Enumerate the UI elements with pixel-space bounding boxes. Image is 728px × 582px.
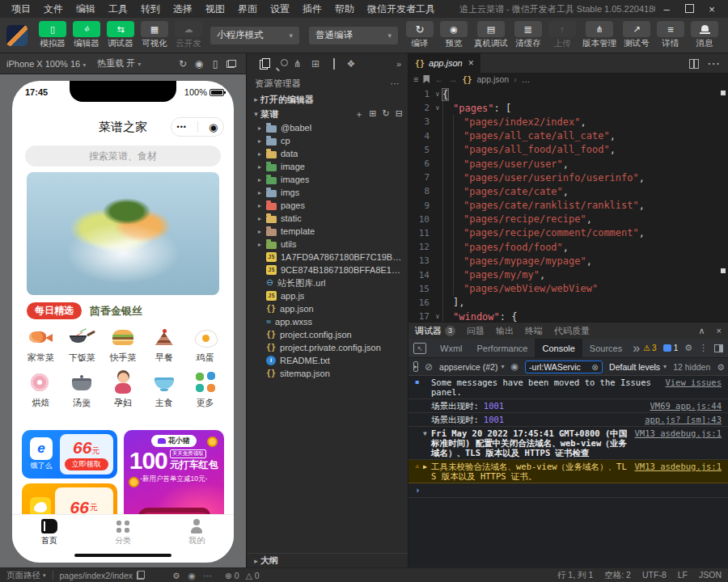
tabbar-item[interactable]: 分类 bbox=[86, 515, 159, 550]
fold-chevron-icon[interactable]: ∨ bbox=[433, 104, 442, 112]
warning-count[interactable]: △ 0 bbox=[246, 571, 260, 580]
claim-button[interactable]: 立即领取 bbox=[65, 458, 108, 470]
statusbar-item[interactable]: 空格: 2 bbox=[604, 570, 631, 581]
expand-arrow-icon[interactable] bbox=[423, 415, 431, 415]
category-item[interactable]: 主食 bbox=[143, 370, 184, 409]
code-line[interactable]: 10 "pages/recipe/recipe", bbox=[408, 213, 728, 226]
live-expression-icon[interactable]: ◉ bbox=[510, 361, 518, 372]
debugger-panel-tab[interactable]: 终端 bbox=[525, 325, 543, 337]
toolbar-button[interactable]: 预览 bbox=[440, 21, 468, 49]
category-item[interactable]: 烘焙 bbox=[20, 370, 61, 409]
devtools-tab[interactable]: Wxml bbox=[433, 339, 470, 357]
code-line[interactable]: 16 ], bbox=[408, 296, 728, 310]
source-link[interactable]: VM69 app.js:44 bbox=[650, 401, 722, 411]
tree-item[interactable]: ▸ cp bbox=[247, 134, 408, 147]
tabbar-item[interactable]: 首页 bbox=[12, 515, 86, 550]
code-line[interactable]: 13 "pages/mypage/mypage", bbox=[408, 254, 728, 268]
mode-select[interactable]: 小程序模式 ▾ bbox=[210, 27, 299, 44]
expand-arrow-icon[interactable]: ▼ bbox=[423, 428, 431, 439]
tree-item[interactable]: ▸ data bbox=[247, 147, 408, 160]
explorer-more-icon[interactable]: ⋯ bbox=[391, 78, 400, 89]
bookmark-icon[interactable] bbox=[423, 75, 430, 83]
code-line[interactable]: 7 "pages/user/userinfo/userinfo", bbox=[408, 171, 728, 184]
menu-item[interactable]: 编辑 bbox=[70, 2, 102, 16]
tree-item[interactable]: ⊖ 站长图库.url bbox=[247, 276, 408, 289]
console-message[interactable]: ⚠ ▶ 工具未校验合法域名、web-view（业务域名）、TLS 版本以及 HT… bbox=[408, 460, 728, 483]
debug-settings-icon[interactable]: ⚙ bbox=[172, 571, 180, 580]
theme-brush-icon[interactable]: ❖ bbox=[342, 58, 360, 70]
fold-chevron-icon[interactable]: ∨ bbox=[433, 91, 442, 98]
tree-item[interactable]: ▸ pages bbox=[247, 199, 408, 212]
close-capsule-icon[interactable]: ◉ bbox=[209, 122, 218, 133]
menu-item[interactable]: 文件 bbox=[37, 2, 70, 16]
split-editor-icon[interactable] bbox=[689, 59, 699, 67]
close-button[interactable]: × bbox=[700, 3, 723, 15]
toolbar-button[interactable]: 可视化 bbox=[141, 21, 168, 49]
category-item[interactable]: 早餐 bbox=[143, 325, 184, 364]
code-line[interactable]: 3 "pages/index2/index", bbox=[408, 115, 728, 129]
code-line[interactable]: 8 "pages/cate/cate", bbox=[408, 184, 728, 198]
console-settings-icon[interactable]: ⚙ bbox=[717, 362, 724, 372]
category-item[interactable]: 更多 bbox=[184, 370, 226, 409]
console-prompt[interactable]: › bbox=[408, 483, 728, 498]
menu-item[interactable]: 视图 bbox=[199, 2, 231, 16]
eleme-coupon-ad[interactable]: e 饿了么 66元 立即领取 bbox=[22, 430, 117, 479]
devtools-tab[interactable]: Sources bbox=[582, 339, 629, 357]
menu-item[interactable]: 微信开发者工具 bbox=[361, 2, 442, 16]
project-section[interactable]: ▾ 菜谱 ＋ ⊞ ↻ ⊟ bbox=[247, 107, 408, 121]
tabbar-item[interactable]: 我的 bbox=[160, 515, 234, 550]
close-tab-icon[interactable]: × bbox=[468, 57, 474, 69]
minimize-button[interactable]: – bbox=[655, 3, 678, 15]
tree-item[interactable]: ▸ template bbox=[247, 225, 408, 238]
featured-dish-photo[interactable] bbox=[27, 172, 219, 295]
more-options-icon[interactable]: ⋮ bbox=[699, 343, 708, 353]
expand-arrow-icon[interactable] bbox=[423, 377, 431, 378]
daily-pick-row[interactable]: 每日精选 茴香金银丝 bbox=[27, 302, 142, 319]
code-line[interactable]: 17 ∨ "window": { bbox=[408, 310, 728, 322]
toolbar-button[interactable]: 编辑器 bbox=[73, 21, 100, 49]
more-menu-icon[interactable]: ••• bbox=[177, 123, 187, 131]
toolbar-button[interactable]: 上传 bbox=[548, 21, 576, 49]
menu-item[interactable]: 转到 bbox=[134, 2, 167, 16]
console-empty-area[interactable] bbox=[408, 498, 728, 567]
console-context-select[interactable]: appservice (#2)▾ bbox=[439, 362, 504, 372]
new-file-icon[interactable]: ＋ bbox=[354, 108, 363, 120]
forward-arrow-icon[interactable]: → bbox=[448, 74, 457, 84]
window-icon[interactable] bbox=[324, 58, 342, 70]
tree-item[interactable]: {} project.private.config.json bbox=[247, 341, 408, 354]
menu-item[interactable]: 选择 bbox=[167, 2, 199, 16]
maximize-button[interactable] bbox=[678, 3, 700, 15]
source-link[interactable]: app.js? [sm]:43 bbox=[645, 415, 722, 424]
devtools-tab[interactable]: Performance bbox=[470, 339, 535, 357]
git-branch-icon[interactable]: ⋔ bbox=[289, 58, 307, 70]
tree-item[interactable]: ▸ images bbox=[247, 173, 408, 186]
statusbar-more-icon[interactable]: ⋯ bbox=[204, 571, 213, 580]
devtools-tab[interactable]: Console bbox=[535, 339, 582, 357]
category-item[interactable]: 汤羹 bbox=[61, 370, 103, 409]
debugger-panel-tab[interactable]: 输出 bbox=[496, 325, 514, 337]
search-input[interactable]: 搜索菜谱、食材 bbox=[25, 146, 221, 167]
code-editor[interactable]: 1 ∨ { 2 ∨ "pages": [ 3 bbox=[408, 86, 728, 322]
console-filter-input[interactable]: -url:WAServic⊗ bbox=[525, 361, 603, 373]
code-line[interactable]: 12 "pages/food/food", bbox=[408, 240, 728, 254]
console-message[interactable]: ◼ Some messages have been moved to the I… bbox=[408, 376, 728, 399]
menu-item[interactable]: 帮助 bbox=[328, 2, 361, 16]
outline-section[interactable]: ▸ 大纲 bbox=[247, 553, 408, 567]
preview-eye-icon[interactable]: ◉ bbox=[188, 571, 195, 580]
tree-item[interactable]: JS 9CE874B1867180BFFA8E1CB67DD… bbox=[247, 264, 408, 276]
hot-reload-toggle[interactable]: 热重载 开 ▾ bbox=[97, 57, 141, 70]
compile-mode-select[interactable]: 普通编译 ▾ bbox=[309, 27, 398, 44]
code-line[interactable]: 11 "pages/recipe/comment/comment", bbox=[408, 226, 728, 240]
code-line[interactable]: 14 "pages/my/my", bbox=[408, 268, 728, 281]
tree-item[interactable]: i README.txt bbox=[247, 354, 408, 367]
category-item[interactable]: 孕妇 bbox=[103, 370, 144, 409]
error-count[interactable]: ⊗ 0 bbox=[225, 571, 239, 580]
refresh-icon[interactable]: ↻ bbox=[175, 58, 191, 70]
collapse-sidebar-icon[interactable]: » bbox=[396, 59, 401, 69]
debugger-panel-tab[interactable]: 代码质量 bbox=[554, 325, 590, 337]
toolbar-button[interactable]: 编译 bbox=[406, 21, 434, 49]
log-levels-select[interactable]: Default levels▾ bbox=[609, 362, 667, 372]
source-link[interactable]: VM13 asdebug.js:1 bbox=[635, 462, 722, 471]
tree-item[interactable]: ▸ utils bbox=[247, 238, 408, 251]
toolbar-button[interactable]: 调试器 bbox=[107, 21, 134, 49]
